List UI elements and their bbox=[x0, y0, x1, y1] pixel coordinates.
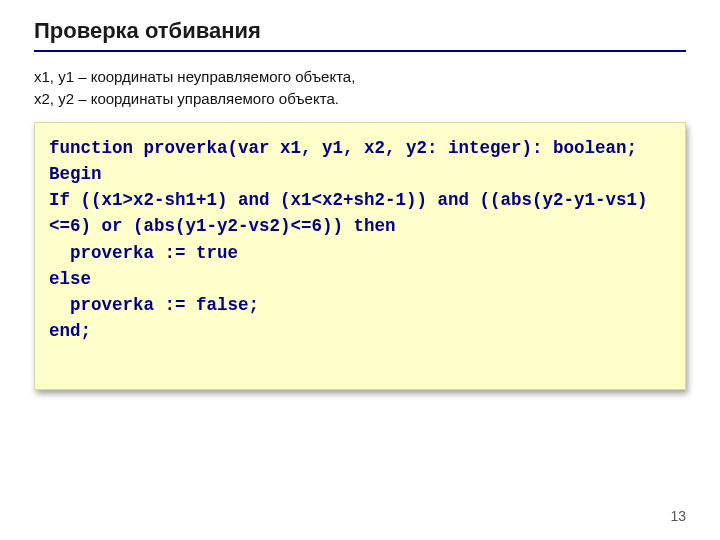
title-underline bbox=[34, 50, 686, 52]
slide: Проверка отбивания x1, y1 – координаты н… bbox=[0, 0, 720, 540]
code-block: function proverka(var x1, y1, x2, y2: in… bbox=[34, 122, 686, 390]
page-number: 13 bbox=[670, 508, 686, 524]
page-title: Проверка отбивания bbox=[34, 18, 686, 44]
description-text: x1, y1 – координаты неуправляемого объек… bbox=[34, 66, 686, 110]
